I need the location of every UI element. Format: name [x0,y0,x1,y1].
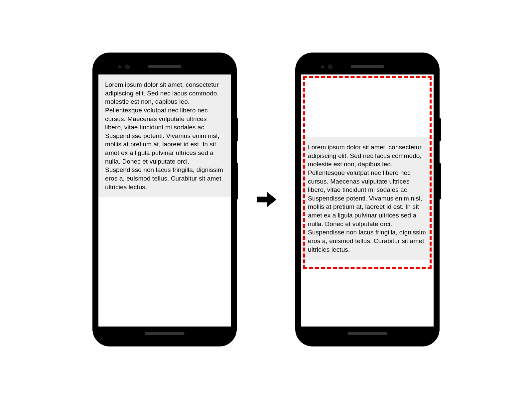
phone-inner: Lorem ipsum dolor sit amet, consectetur … [301,59,434,340]
sensor-dot-icon [118,66,121,68]
phone-power-button [236,118,238,141]
content-text-block: Lorem ipsum dolor sit amet, consectetur … [98,74,231,197]
home-bar-icon [145,332,185,335]
phone-volume-button [439,163,441,200]
camera-dot-icon [125,65,130,69]
home-bar-icon [347,332,387,335]
phone-mockup-right: Lorem ipsum dolor sit amet, consectetur … [296,53,439,346]
sensor-group [118,65,130,69]
phone-top-bezel [98,59,231,74]
phone-inner: Lorem ipsum dolor sit amet, consectetur … [98,59,231,340]
arrow-container [253,188,279,211]
phone-bottom-bezel [98,327,231,340]
phone-bottom-bezel [301,327,434,340]
phone-screen-right: Lorem ipsum dolor sit amet, consectetur … [301,74,434,327]
phone-power-button [439,118,441,141]
phone-screen-left: Lorem ipsum dolor sit amet, consectetur … [98,74,231,327]
speaker-grill-icon [148,65,181,68]
phone-top-bezel [301,59,434,74]
arrow-right-icon [254,188,278,211]
speaker-grill-icon [351,65,384,68]
camera-dot-icon [328,65,332,69]
content-text-block: Lorem ipsum dolor sit amet, consectetur … [301,137,434,260]
phone-volume-button [236,163,238,200]
sensor-group [321,65,332,69]
sensor-dot-icon [321,66,324,68]
phone-mockup-left: Lorem ipsum dolor sit amet, consectetur … [93,53,236,346]
